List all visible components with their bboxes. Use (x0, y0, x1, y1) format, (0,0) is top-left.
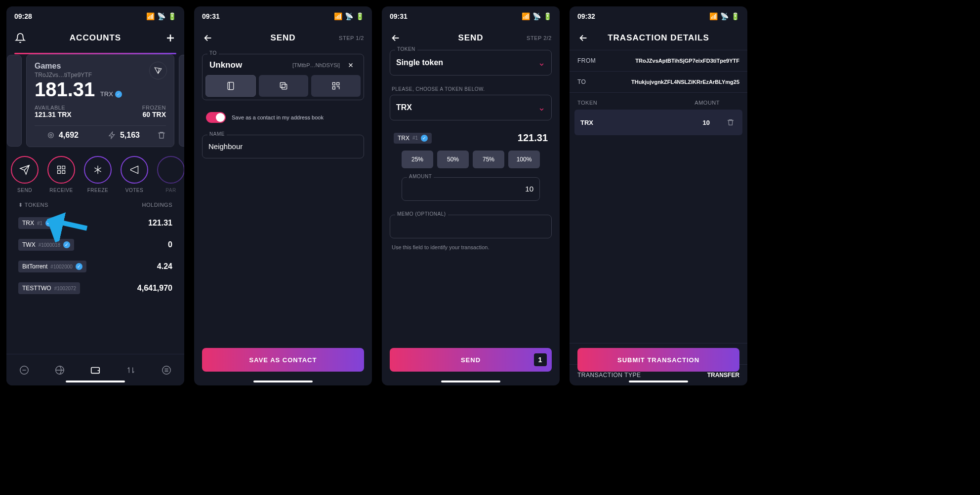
account-card[interactable]: Games TRoJZvs…tiTpe9YTF 181.31 TRX✓ AVAI… (26, 54, 174, 147)
selected-token-chip: TRX#1✓ (394, 133, 432, 144)
freeze-action[interactable]: FREEZE (84, 156, 112, 193)
participate-action[interactable]: PAR (157, 156, 184, 193)
next-account-peek[interactable] (179, 55, 184, 147)
back-button[interactable] (202, 32, 214, 44)
page-title: TRASACTION DETAILS (570, 33, 747, 43)
wifi-icon: 📡 (157, 12, 165, 20)
svg-rect-26 (337, 82, 339, 85)
amount-header: AMOUNT (694, 100, 720, 106)
percent-row: 25% 50% 75% 100% (382, 148, 560, 173)
clear-button[interactable] (345, 59, 357, 71)
to-field-group: TO Unknow [TMtbP…NhDSYSi] (202, 54, 364, 100)
remove-token-button[interactable] (725, 116, 736, 128)
svg-rect-21 (228, 82, 234, 90)
home-indicator[interactable] (66, 381, 125, 382)
to-address: [TMtbP…NhDSYSi] (292, 62, 340, 68)
save-contact-label: Save as a contact in my address book (232, 114, 324, 120)
svg-rect-25 (332, 82, 335, 85)
amount-input[interactable] (408, 185, 533, 193)
token-row[interactable]: BitTorrent#1002000✓ 4.24 (6, 256, 184, 277)
tab-swap[interactable] (18, 364, 30, 376)
pct-50[interactable]: 50% (437, 151, 469, 168)
amount-field-group: AMOUNT (402, 177, 540, 201)
prev-account-peek[interactable] (7, 55, 22, 147)
from-address: TRoJZvsAptBTihSjGP7eixFD3tiTpe9YTF (635, 58, 739, 64)
account-token: TRX✓ (100, 90, 122, 98)
clock: 09:32 (577, 12, 595, 20)
frozen-value: 60 TRX (142, 111, 166, 118)
tab-trades[interactable] (125, 364, 137, 376)
send-button[interactable]: SEND 1 (390, 348, 552, 372)
action-row: SEND RECEIVE FREEZE VOTES PAR (6, 156, 184, 193)
bell-icon[interactable] (14, 32, 26, 44)
token-row[interactable]: TWX#1000018✓ 0 (6, 234, 184, 256)
votes-action[interactable]: VOTES (121, 156, 148, 193)
name-input[interactable] (208, 142, 358, 151)
delete-account-button[interactable] (157, 131, 166, 140)
screen-accounts: 09:28 📶📡🔋 ACCOUNTS Games TRoJZvs…tiTpe9Y… (6, 6, 184, 385)
home-indicator[interactable] (253, 381, 313, 382)
home-indicator[interactable] (441, 381, 500, 382)
to-address: THukjujvgnkZFL4NSLZiKRrEzArBLYmg25 (631, 79, 739, 85)
status-bar: 09:31 📶📡🔋 (194, 6, 372, 26)
save-contact-button[interactable]: SAVE AS CONTACT (202, 348, 364, 372)
pct-100[interactable]: 100% (508, 151, 540, 168)
address-book-button[interactable] (205, 75, 256, 97)
memo-input[interactable] (396, 222, 545, 230)
status-bar: 09:31 📶📡🔋 (382, 6, 560, 26)
account-balance: 181.31 (35, 78, 95, 100)
verified-icon: ✓ (115, 91, 122, 98)
choose-label: PLEASE, CHOOSE A TOKEN BELOW. (392, 86, 560, 92)
save-contact-toggle[interactable] (206, 112, 226, 123)
tron-icon (149, 62, 167, 79)
svg-rect-6 (58, 171, 61, 174)
from-row: FROM TRoJZvsAptBTihSjGP7eixFD3tiTpe9YTF (570, 50, 747, 72)
to-name: Unknow (209, 60, 242, 70)
paste-button[interactable] (259, 75, 308, 97)
pct-75[interactable]: 75% (473, 151, 504, 168)
battery-icon: 🔋 (168, 12, 176, 20)
svg-point-3 (48, 133, 54, 138)
back-button[interactable] (577, 32, 589, 44)
tab-menu[interactable] (161, 364, 172, 376)
screen-send-step1: 09:31 📶📡🔋 SEND STEP 1/2 TO Unknow [TMtbP… (194, 6, 372, 385)
frozen-label: FROZEN (142, 105, 166, 111)
screen-send-step2: 09:31 📶📡🔋 SEND STEP 2/2 TOKEN Single tok… (382, 6, 560, 385)
account-address: TRoJZvs…tiTpe9YTF (35, 72, 166, 78)
energy-stat: 5,163 (96, 131, 152, 140)
available-value: 121.31 TRX (35, 111, 72, 118)
scan-qr-button[interactable] (311, 75, 361, 97)
token-row[interactable]: TESTTWO#1002072 4,641,970 (6, 277, 184, 299)
holdings-label: HOLDINGS (142, 202, 172, 208)
save-contact-toggle-row: Save as a contact in my address book (194, 104, 372, 131)
tab-explorer[interactable] (54, 364, 66, 376)
clock: 09:31 (390, 12, 408, 20)
svg-rect-5 (62, 166, 65, 169)
svg-rect-24 (280, 82, 285, 87)
account-name: Games (35, 62, 166, 71)
token-row[interactable]: TRX#1✓ 121.31 (6, 212, 184, 234)
token-header: TOKEN (577, 100, 597, 106)
header: ACCOUNTS (6, 26, 184, 50)
receive-action[interactable]: RECEIVE (47, 156, 75, 193)
memo-field-group: MEMO (OPTIONAL) (390, 215, 552, 238)
add-button[interactable] (164, 32, 176, 44)
svg-rect-27 (332, 87, 335, 89)
tab-wallet[interactable] (89, 364, 101, 376)
svg-rect-23 (282, 84, 287, 89)
pct-25[interactable]: 25% (402, 151, 433, 168)
clock: 09:28 (14, 12, 32, 20)
send-action[interactable]: SEND (11, 156, 39, 193)
step-indicator: STEP 2/2 (527, 35, 552, 41)
memo-hint: Use this field to identify your transact… (382, 242, 560, 252)
signal-icon: 📶 (146, 12, 155, 20)
home-indicator[interactable] (629, 381, 688, 382)
page-title: ACCOUNTS (6, 33, 184, 43)
token-select: TOKEN Single token ⌄ (390, 50, 552, 76)
to-label: TO (207, 50, 219, 56)
token-choose-select: TRX ⌄ (390, 95, 552, 120)
submit-transaction-button[interactable]: SUBMIT TRANSACTION (577, 348, 739, 372)
name-label: NAME (207, 131, 227, 137)
back-button[interactable] (390, 32, 402, 44)
bandwidth-stat: 4,692 (35, 131, 91, 140)
